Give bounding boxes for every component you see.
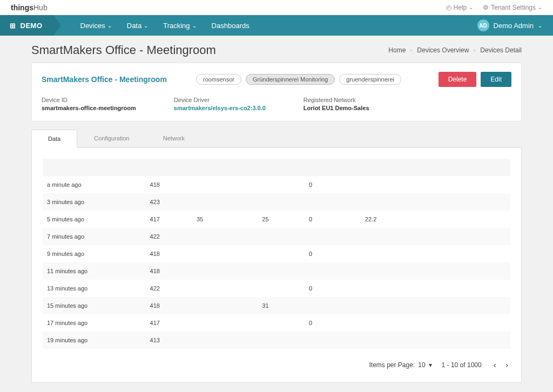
network-value: Loriot EU1 Demo-Sales (304, 105, 369, 111)
cell: 35 (192, 211, 258, 228)
cell (192, 314, 258, 332)
nav-item-label: Data (127, 22, 141, 30)
cell (305, 332, 361, 349)
table-row: 9 minutes ago4180 (43, 245, 510, 262)
tab-data[interactable]: Data (31, 130, 77, 148)
cell (361, 280, 417, 297)
cell: 15 minutes ago (43, 297, 146, 314)
breadcrumb-item[interactable]: Devices Overview (417, 46, 469, 54)
nav-tracking[interactable]: Tracking⌄ (163, 22, 196, 30)
cell (361, 297, 417, 314)
table-row: 17 minutes ago4170 (43, 314, 510, 332)
cell (258, 193, 305, 211)
brand-light: Hub (33, 3, 48, 12)
table-row: a minute ago4180 (43, 176, 510, 193)
table-row: 5 minutes ago4173525022.2 (43, 211, 510, 228)
cell (192, 262, 258, 280)
grid-icon: ⊞ (10, 22, 16, 30)
help-menu[interactable]: ◴ Help ⌄ (446, 4, 474, 11)
data-table: a minute ago41803 minutes ago4235 minute… (43, 159, 510, 349)
chevron-down-icon: ⌄ (538, 4, 542, 10)
cell (192, 245, 258, 262)
tab-configuration[interactable]: Configuration (77, 129, 146, 147)
cell: 7 minutes ago (43, 228, 146, 245)
device-id-value: smartmakers-office-meetingroom (42, 105, 136, 111)
cell (305, 193, 361, 211)
table-row: 11 minutes ago418 (43, 262, 510, 280)
cell (258, 280, 305, 297)
cell (192, 297, 258, 314)
caret-down-icon[interactable]: ▾ (429, 361, 432, 369)
cell: 418 (146, 245, 193, 262)
table-row: 19 minutes ago413 (43, 332, 510, 349)
nav-dashboards[interactable]: Dashboards (212, 22, 249, 30)
pager-next[interactable]: › (503, 359, 510, 371)
cell: 0 (305, 245, 361, 262)
device-title: SmartMakers Office - Meetingroom (42, 75, 167, 84)
cell (305, 228, 361, 245)
cell (258, 262, 305, 280)
gear-icon: ⚙ (483, 4, 489, 11)
nav-item-label: Tracking (163, 22, 190, 30)
brand-bold: things (11, 3, 33, 12)
edit-button[interactable]: Edit (481, 72, 511, 87)
breadcrumb-sep: ◦ (410, 46, 413, 54)
cell: 418 (146, 262, 193, 280)
cell (361, 332, 417, 349)
chevron-down-icon: ⌄ (469, 4, 473, 10)
cell (192, 332, 258, 349)
cell: 0 (305, 280, 361, 297)
cell (192, 176, 258, 193)
breadcrumb-item[interactable]: Home (388, 46, 406, 54)
cell: 0 (305, 314, 361, 332)
cell (361, 314, 417, 332)
nav-item-label: Devices (80, 22, 105, 30)
tab-network[interactable]: Network (146, 129, 201, 147)
cell: 11 minutes ago (43, 262, 146, 280)
pager-prev[interactable]: ‹ (491, 359, 498, 371)
pager-range: 1 - 10 of 1000 (442, 361, 482, 369)
device-driver-value[interactable]: smartmakers/elsys-ers-co2:3.0.0 (174, 105, 266, 111)
cell: 413 (146, 332, 193, 349)
tag[interactable]: roomsensor (196, 74, 241, 85)
cell (361, 245, 417, 262)
user-menu[interactable]: AD Demo Admin ⌄ (477, 19, 542, 31)
cell: 31 (258, 297, 305, 314)
table-row: 7 minutes ago422 (43, 228, 510, 245)
tag[interactable]: gruenderspinnerei (339, 74, 401, 85)
cell: 19 minutes ago (43, 332, 146, 349)
breadcrumb-item: Devices Detail (480, 46, 522, 54)
cell (192, 228, 258, 245)
table-row: 13 minutes ago4220 (43, 280, 510, 297)
nav-data[interactable]: Data⌄ (127, 22, 148, 30)
cell: 22.2 (361, 211, 417, 228)
cell (361, 176, 417, 193)
cell (258, 245, 305, 262)
chevron-down-icon: ⌄ (192, 23, 197, 29)
brand-logo[interactable]: thingsHub (11, 3, 48, 12)
breadcrumb: Home ◦ Devices Overview ◦ Devices Detail (388, 46, 522, 54)
chevron-down-icon: ⌄ (107, 23, 112, 29)
cell: 417 (146, 314, 193, 332)
page-title: SmartMakers Office - Meetingroom (31, 43, 216, 57)
cell (305, 262, 361, 280)
cell: 9 minutes ago (43, 245, 146, 262)
help-label: Help (454, 4, 467, 11)
items-per-page-value[interactable]: 10 (418, 361, 425, 369)
workspace-selector[interactable]: ⊞ DEMO (0, 15, 53, 36)
cell: 5 minutes ago (43, 211, 146, 228)
cell (258, 176, 305, 193)
table-row: 3 minutes ago423 (43, 193, 510, 211)
tenant-settings-menu[interactable]: ⚙ Tenant Settings ⌄ (483, 4, 542, 11)
cell (258, 332, 305, 349)
nav-devices[interactable]: Devices⌄ (80, 22, 112, 30)
tenant-label: Tenant Settings (491, 4, 536, 11)
delete-button[interactable]: Delete (439, 72, 477, 87)
tag[interactable]: Gründerspinnerei Monitoring (246, 74, 335, 85)
cell: 0 (305, 211, 361, 228)
help-icon: ◴ (446, 4, 451, 11)
cell: 13 minutes ago (43, 280, 146, 297)
cell: 418 (146, 176, 193, 193)
cell: 25 (258, 211, 305, 228)
table-row: 15 minutes ago41831 (43, 297, 510, 314)
